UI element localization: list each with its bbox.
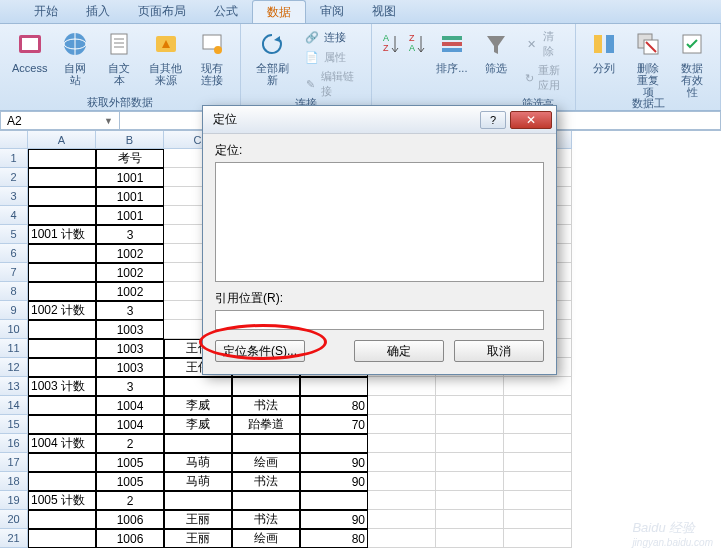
cell-B2[interactable]: 1001 [96, 168, 164, 187]
ok-button[interactable]: 确定 [354, 340, 444, 362]
properties-button[interactable]: 📄属性 [301, 48, 361, 66]
cell-G14[interactable] [368, 396, 436, 415]
cell-A16[interactable]: 1004 计数 [28, 434, 96, 453]
cell-B5[interactable]: 3 [96, 225, 164, 244]
text-to-columns-button[interactable]: 分列 [582, 26, 626, 76]
sort-asc-button[interactable]: AZ [378, 26, 404, 62]
row-header-10[interactable]: 10 [0, 320, 28, 339]
cell-A19[interactable]: 1005 计数 [28, 491, 96, 510]
cell-B17[interactable]: 1005 [96, 453, 164, 472]
cell-I13[interactable] [504, 377, 572, 396]
cell-I20[interactable] [504, 510, 572, 529]
row-header-17[interactable]: 17 [0, 453, 28, 472]
cell-D16[interactable] [232, 434, 300, 453]
cell-B18[interactable]: 1005 [96, 472, 164, 491]
row-header-14[interactable]: 14 [0, 396, 28, 415]
cell-B14[interactable]: 1004 [96, 396, 164, 415]
cell-E17[interactable]: 90 [300, 453, 368, 472]
existing-conn-button[interactable]: 现有连接 [190, 26, 234, 88]
cell-B6[interactable]: 1002 [96, 244, 164, 263]
cell-I21[interactable] [504, 529, 572, 548]
cell-H13[interactable] [436, 377, 504, 396]
cell-A13[interactable]: 1003 计数 [28, 377, 96, 396]
cell-A12[interactable] [28, 358, 96, 377]
reference-input[interactable] [215, 310, 544, 330]
cell-D21[interactable]: 绘画 [232, 529, 300, 548]
cell-D19[interactable] [232, 491, 300, 510]
cell-B1[interactable]: 考号 [96, 149, 164, 168]
cell-D14[interactable]: 书法 [232, 396, 300, 415]
reapply-button[interactable]: ↻重新应用 [522, 62, 565, 94]
row-header-9[interactable]: 9 [0, 301, 28, 320]
connections-button[interactable]: 🔗连接 [301, 28, 361, 46]
cell-E16[interactable] [300, 434, 368, 453]
row-header-15[interactable]: 15 [0, 415, 28, 434]
cell-G15[interactable] [368, 415, 436, 434]
cell-A4[interactable] [28, 206, 96, 225]
row-header-11[interactable]: 11 [0, 339, 28, 358]
col-header-A[interactable]: A [28, 131, 96, 149]
row-header-13[interactable]: 13 [0, 377, 28, 396]
cell-E13[interactable] [300, 377, 368, 396]
cell-C15[interactable]: 李威 [164, 415, 232, 434]
close-button[interactable]: ✕ [510, 111, 552, 129]
refresh-all-button[interactable]: 全部刷新 [247, 26, 297, 88]
row-header-3[interactable]: 3 [0, 187, 28, 206]
cell-G13[interactable] [368, 377, 436, 396]
tab-data[interactable]: 数据 [252, 0, 306, 23]
cell-A18[interactable] [28, 472, 96, 491]
cell-B16[interactable]: 2 [96, 434, 164, 453]
cell-B4[interactable]: 1001 [96, 206, 164, 225]
row-header-7[interactable]: 7 [0, 263, 28, 282]
tab-review[interactable]: 审阅 [306, 0, 358, 23]
goto-listbox[interactable] [215, 162, 544, 282]
tab-insert[interactable]: 插入 [72, 0, 124, 23]
cell-A5[interactable]: 1001 计数 [28, 225, 96, 244]
clear-filter-button[interactable]: ✕清除 [522, 28, 565, 60]
cell-C19[interactable] [164, 491, 232, 510]
cell-G18[interactable] [368, 472, 436, 491]
row-header-6[interactable]: 6 [0, 244, 28, 263]
row-header-12[interactable]: 12 [0, 358, 28, 377]
cell-B11[interactable]: 1003 [96, 339, 164, 358]
cell-C16[interactable] [164, 434, 232, 453]
cell-I19[interactable] [504, 491, 572, 510]
cell-H15[interactable] [436, 415, 504, 434]
remove-dup-button[interactable]: 删除重复项 [626, 26, 670, 100]
cell-C20[interactable]: 王丽 [164, 510, 232, 529]
cell-D18[interactable]: 书法 [232, 472, 300, 491]
cell-A21[interactable] [28, 529, 96, 548]
cell-D17[interactable]: 绘画 [232, 453, 300, 472]
row-header-18[interactable]: 18 [0, 472, 28, 491]
cell-A6[interactable] [28, 244, 96, 263]
cell-B10[interactable]: 1003 [96, 320, 164, 339]
row-header-2[interactable]: 2 [0, 168, 28, 187]
row-header-4[interactable]: 4 [0, 206, 28, 225]
cell-B20[interactable]: 1006 [96, 510, 164, 529]
row-header-19[interactable]: 19 [0, 491, 28, 510]
col-header-B[interactable]: B [96, 131, 164, 149]
cell-E21[interactable]: 80 [300, 529, 368, 548]
cell-E19[interactable] [300, 491, 368, 510]
cell-A10[interactable] [28, 320, 96, 339]
sort-desc-button[interactable]: ZA [404, 26, 430, 62]
cell-I17[interactable] [504, 453, 572, 472]
from-other-button[interactable]: 自其他来源 [141, 26, 190, 88]
cell-G21[interactable] [368, 529, 436, 548]
cell-I18[interactable] [504, 472, 572, 491]
cell-H19[interactable] [436, 491, 504, 510]
cell-A8[interactable] [28, 282, 96, 301]
cell-B19[interactable]: 2 [96, 491, 164, 510]
tab-layout[interactable]: 页面布局 [124, 0, 200, 23]
cell-E15[interactable]: 70 [300, 415, 368, 434]
cell-H17[interactable] [436, 453, 504, 472]
row-header-21[interactable]: 21 [0, 529, 28, 548]
cell-A1[interactable] [28, 149, 96, 168]
cell-C17[interactable]: 马萌 [164, 453, 232, 472]
cell-A9[interactable]: 1002 计数 [28, 301, 96, 320]
cell-G17[interactable] [368, 453, 436, 472]
cell-A15[interactable] [28, 415, 96, 434]
cell-I16[interactable] [504, 434, 572, 453]
cell-G19[interactable] [368, 491, 436, 510]
cell-E20[interactable]: 90 [300, 510, 368, 529]
